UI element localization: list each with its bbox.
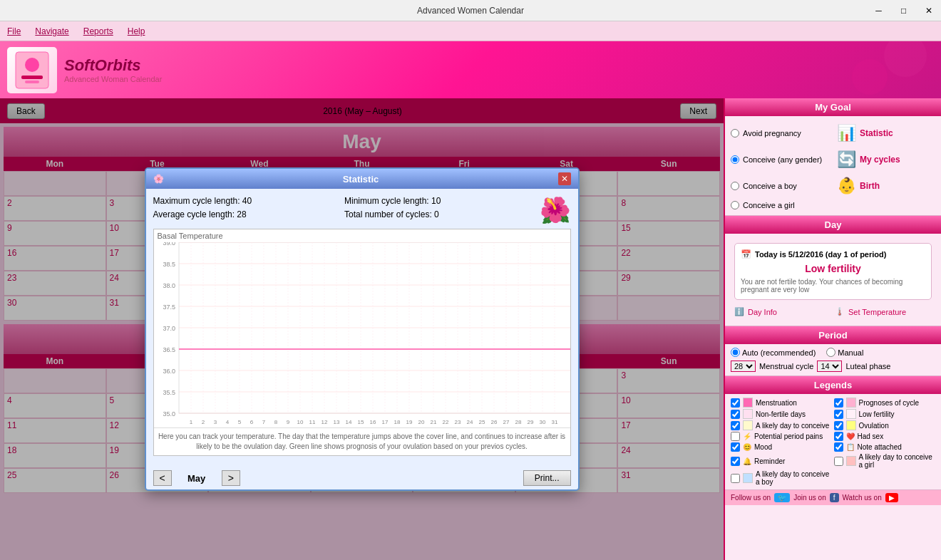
- goal-avoid-label: Avoid pregnancy: [743, 129, 801, 138]
- manual-mode-option[interactable]: Manual: [826, 348, 863, 357]
- legend-period-pains-check[interactable]: [731, 432, 740, 441]
- main-layout: Back 2016 (May – August) Next May Mon Tu…: [0, 98, 941, 560]
- legend-conceive-boy-label: A likely day to conceive a boy: [756, 470, 833, 486]
- legend-conceive-girl-color: [846, 456, 856, 466]
- legend-menstruation-color: [743, 398, 753, 408]
- next-month-button[interactable]: >: [222, 470, 240, 486]
- avg-cycle-label: Average cycle length: 28: [153, 209, 341, 219]
- goal-conceive-girl-radio[interactable]: [731, 201, 739, 209]
- period-section: Period Auto (recommended) Manual 28: [725, 326, 941, 376]
- legend-likely-conceive-label: A likely day to conceive: [756, 422, 829, 430]
- minimize-button[interactable]: ─: [866, 0, 891, 21]
- legend-menstruation-label: Menstruation: [756, 399, 797, 407]
- cycle-length-select[interactable]: 28: [731, 361, 756, 372]
- menu-navigate[interactable]: Navigate: [35, 26, 68, 36]
- goal-conceive-any-radio[interactable]: [731, 155, 739, 164]
- info-icon: ℹ️: [734, 307, 744, 316]
- legend-low-fertility-check[interactable]: [834, 410, 843, 419]
- manual-mode-radio[interactable]: [826, 348, 835, 357]
- legend-prognoses-check[interactable]: [834, 398, 843, 408]
- legend-mood-check[interactable]: [731, 442, 740, 452]
- legends-grid: Menstruation Prognoses of cycle Non-fert…: [725, 394, 941, 489]
- svg-text:17: 17: [381, 419, 388, 425]
- chart-area: 39.0 38.5 38.0 37.5 37.0 36.5 36.0 35.5 …: [154, 242, 570, 427]
- follow-text: Follow us on: [731, 494, 771, 502]
- svg-text:35.0: 35.0: [163, 410, 175, 418]
- period-mode-row: Auto (recommended) Manual: [731, 348, 935, 357]
- auto-mode-option[interactable]: Auto (recommended): [731, 348, 816, 357]
- legend-conceive-girl-check[interactable]: [834, 457, 843, 466]
- min-cycle-label: Minimum cycle length: 10: [344, 196, 533, 206]
- maximize-button[interactable]: □: [891, 0, 916, 21]
- twitter-button[interactable]: 🐦: [774, 493, 790, 502]
- day-info-button[interactable]: ℹ️ Day Info: [734, 307, 831, 316]
- legend-non-fertile-check[interactable]: [731, 410, 740, 419]
- legend-note-check[interactable]: [834, 442, 843, 452]
- youtube-button[interactable]: ▶: [885, 493, 898, 502]
- legend-low-fertility-label: Low fertility: [859, 410, 895, 418]
- legend-prognoses-label: Prognoses of cycle: [859, 399, 920, 407]
- menu-help[interactable]: Help: [128, 26, 145, 36]
- goal-conceive-girl[interactable]: Conceive a girl: [731, 201, 831, 209]
- goal-conceive-any[interactable]: Conceive (any gender): [731, 148, 831, 171]
- legend-menstruation-check[interactable]: [731, 398, 740, 408]
- goal-conceive-boy[interactable]: Conceive a boy: [731, 175, 831, 197]
- month-navigation: < May >: [153, 470, 240, 486]
- day-content: 📅 Today is 5/12/2016 (day 1 of period) L…: [725, 234, 941, 326]
- statistic-icon: 📊: [837, 124, 856, 142]
- goal-avoid[interactable]: Avoid pregnancy: [731, 122, 831, 145]
- chart-decoration-icon: 🌺: [540, 196, 571, 225]
- svg-text:8: 8: [274, 419, 277, 425]
- title-bar: Advanced Women Calendar ─ □ ✕: [0, 0, 941, 21]
- legend-reminder-check[interactable]: [731, 457, 740, 466]
- day-info-label: Day Info: [748, 308, 777, 316]
- statistic-nav-item[interactable]: 📊 Statistic: [835, 122, 935, 145]
- auto-mode-label: Auto (recommended): [742, 348, 816, 357]
- svg-text:36.5: 36.5: [163, 346, 175, 353]
- set-temperature-button[interactable]: 🌡️ Set Temperature: [835, 307, 932, 316]
- legend-period-pains: ⚡ Potential period pains: [731, 432, 833, 441]
- floral-decoration: [727, 41, 941, 98]
- legend-low-fertility-color: [846, 409, 856, 419]
- svg-text:9: 9: [286, 419, 289, 425]
- svg-text:37.5: 37.5: [163, 304, 175, 311]
- cycles-label: My cycles: [860, 155, 900, 165]
- svg-text:28: 28: [515, 419, 521, 425]
- my-cycles-nav-item[interactable]: 🔄 My cycles: [835, 148, 935, 171]
- menu-reports[interactable]: Reports: [83, 26, 113, 36]
- legend-conceive-boy-check[interactable]: [731, 474, 740, 483]
- svg-rect-3: [25, 81, 39, 83]
- legend-had-sex-check[interactable]: [834, 432, 843, 441]
- facebook-button[interactable]: f: [830, 493, 839, 502]
- legend-ovulation: Ovulation: [834, 420, 936, 430]
- luteal-length-select[interactable]: 14: [817, 361, 842, 372]
- svg-text:29: 29: [527, 419, 533, 425]
- goal-avoid-radio[interactable]: [731, 129, 739, 138]
- legend-likely-conceive-check[interactable]: [731, 421, 740, 430]
- svg-text:36.0: 36.0: [163, 368, 175, 375]
- had-sex-icon: ❤️: [846, 432, 855, 440]
- statistic-label: Statistic: [860, 128, 893, 138]
- legend-non-fertile-label: Non-fertile days: [756, 410, 806, 418]
- prev-month-button[interactable]: <: [153, 470, 172, 486]
- note-icon: 📋: [846, 443, 855, 451]
- birth-nav-item[interactable]: 👶 Birth: [835, 175, 935, 197]
- day-header: Day: [725, 216, 941, 234]
- watch-text: Watch us on: [843, 494, 882, 502]
- today-label: Today is 5/12/2016 (day 1 of period): [755, 250, 886, 259]
- birth-label: Birth: [860, 181, 880, 191]
- svg-text:15: 15: [357, 419, 364, 425]
- auto-mode-radio[interactable]: [731, 348, 740, 357]
- close-button[interactable]: ✕: [916, 0, 941, 21]
- svg-text:18: 18: [394, 419, 400, 425]
- svg-point-1: [25, 58, 39, 72]
- legend-had-sex-label: Had sex: [858, 432, 884, 440]
- svg-text:38.5: 38.5: [163, 261, 175, 268]
- goal-conceive-boy-radio[interactable]: [731, 182, 739, 190]
- legend-likely-conceive-color: [743, 420, 753, 430]
- modal-close-button[interactable]: ✕: [558, 172, 571, 185]
- print-button[interactable]: Print...: [523, 470, 571, 486]
- legend-ovulation-check[interactable]: [834, 421, 843, 430]
- menu-file[interactable]: File: [7, 26, 21, 36]
- app-header: SoftOrbits Advanced Woman Calendar: [0, 41, 941, 98]
